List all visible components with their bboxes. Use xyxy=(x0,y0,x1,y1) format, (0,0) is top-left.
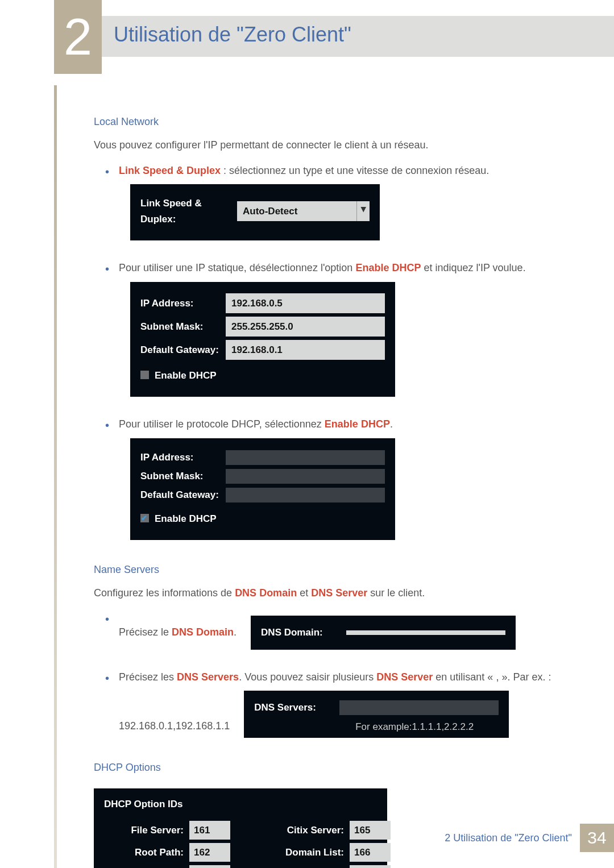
ns-intro-mid: et xyxy=(297,587,311,599)
footer-text: 2 Utilisation de "Zero Client" xyxy=(445,832,580,844)
static-ip-pre: Pour utiliser une IP statique, désélecti… xyxy=(119,262,355,273)
link-speed-field-label: Link Speed & Duplex: xyxy=(140,196,237,226)
local-network-intro: Vous pouvez configurer l'IP permettant d… xyxy=(94,137,580,153)
ns-intro-red2: DNS Server xyxy=(311,587,367,599)
default-gateway-input[interactable]: 192.168.0.1 xyxy=(226,340,385,360)
static-ip-post: et indiquez l'IP voulue. xyxy=(421,262,525,273)
ui-dhcp-on: IP Address: Subnet Mask: Default Gateway… xyxy=(130,438,395,540)
ui-dns-domain: DNS Domain: xyxy=(251,616,516,649)
name-servers-intro: Configurez les informations de DNS Domai… xyxy=(94,585,580,601)
dns-servers-hint: For example:1.1.1.1,2.2.2.2 xyxy=(254,719,499,734)
dns-servers-input[interactable] xyxy=(339,700,499,715)
enable-dhcp-label-2: Enable DHCP xyxy=(155,511,217,526)
section-heading-name-servers: Name Servers xyxy=(94,562,580,578)
ftp-username-input[interactable]: 163 xyxy=(189,865,230,868)
page-number: 34 xyxy=(580,824,614,852)
enable-dhcp-checkbox-on[interactable] xyxy=(140,514,149,522)
bullet-link-speed: Link Speed & Duplex : sélectionnez un ty… xyxy=(105,163,580,251)
ui-dns-servers: DNS Servers: For example:1.1.1.1,2.2.2.2 xyxy=(244,691,509,737)
dns-domain-pre: Précisez le xyxy=(119,626,172,638)
root-path-input[interactable]: 162 xyxy=(189,843,230,862)
dhcp-on-post: . xyxy=(390,418,393,430)
ui-dhcp-option-ids: DHCP Option IDs File Server:161 Root Pat… xyxy=(94,788,387,868)
domain-list-label: Domain List: xyxy=(264,845,350,860)
ip-address-label-2: IP Address: xyxy=(140,450,226,465)
file-server-label: File Server: xyxy=(104,823,189,838)
ui-link-speed: Link Speed & Duplex: Auto-Detect ▾ xyxy=(130,184,380,240)
ns-intro-pre: Configurez les informations de xyxy=(94,587,235,599)
link-speed-rest: : sélectionnez un type et une vitesse de… xyxy=(221,165,489,176)
dns-domain-post: . xyxy=(234,626,237,638)
dns-servers-label: DNS Servers: xyxy=(254,700,339,715)
dns-servers-mid: . Vous pouvez saisir plusieurs xyxy=(239,671,376,683)
dns-domain-label: DNS Domain: xyxy=(261,625,346,640)
rms-server-input[interactable]: 167 xyxy=(350,865,391,868)
enable-dhcp-checkbox-off[interactable] xyxy=(140,371,149,379)
dhcp-ids-col-right: Citix Server:165 Domain List:166 RMS Ser… xyxy=(264,817,391,868)
ip-address-input-disabled xyxy=(226,450,385,465)
ip-address-input[interactable]: 192.168.0.5 xyxy=(226,293,385,313)
dns-servers-pre: Précisez les xyxy=(119,671,177,683)
chapter-title: Utilisation de "Zero Client" xyxy=(114,23,351,47)
section-heading-local-network: Local Network xyxy=(94,114,580,130)
subnet-mask-label-2: Subnet Mask: xyxy=(140,468,226,484)
subnet-mask-input-disabled xyxy=(226,469,385,484)
dns-domain-red: DNS Domain xyxy=(172,626,234,638)
domain-list-input[interactable]: 166 xyxy=(350,843,391,862)
dns-domain-input[interactable] xyxy=(346,630,505,635)
dns-servers-red2: DNS Server xyxy=(376,671,433,683)
citix-server-input[interactable]: 165 xyxy=(350,821,391,840)
chapter-number: 2 xyxy=(54,0,102,74)
dhcp-ids-col-left: File Server:161 Root Path:162 Ftp Userna… xyxy=(104,817,230,868)
citix-server-label: Citix Server: xyxy=(264,823,350,838)
footer: 2 Utilisation de "Zero Client" 34 xyxy=(445,824,614,852)
dhcp-on-pre: Pour utiliser le protocole DHCP, sélecti… xyxy=(119,418,325,430)
chevron-down-icon: ▾ xyxy=(356,201,370,221)
enable-dhcp-red: Enable DHCP xyxy=(355,262,421,273)
bullet-dns-servers: Précisez les DNS Servers. Vous pouvez sa… xyxy=(105,669,580,748)
ip-address-label: IP Address: xyxy=(140,296,226,311)
default-gateway-label-2: Default Gateway: xyxy=(140,487,226,502)
dns-servers-red1: DNS Servers xyxy=(177,671,239,683)
bullet-dns-domain: Précisez le DNS Domain. DNS Domain: xyxy=(105,610,580,659)
enable-dhcp-red-2: Enable DHCP xyxy=(325,418,390,430)
default-gateway-label: Default Gateway: xyxy=(140,342,226,358)
root-path-label: Root Path: xyxy=(104,845,189,860)
ns-intro-post: sur le client. xyxy=(367,587,425,599)
ns-intro-red1: DNS Domain xyxy=(235,587,297,599)
enable-dhcp-label: Enable DHCP xyxy=(155,368,217,383)
default-gateway-input-disabled xyxy=(226,488,385,502)
bullet-static-ip: Pour utiliser une IP statique, désélecti… xyxy=(105,260,580,408)
link-speed-dropdown-value: Auto-Detect xyxy=(237,201,356,221)
subnet-mask-input[interactable]: 255.255.255.0 xyxy=(226,317,385,337)
bullet-dhcp-on: Pour utiliser le protocole DHCP, sélecti… xyxy=(105,416,580,550)
dhcp-option-ids-title: DHCP Option IDs xyxy=(104,796,377,812)
link-speed-dropdown[interactable]: Auto-Detect ▾ xyxy=(237,201,370,221)
file-server-input[interactable]: 161 xyxy=(189,821,230,840)
subnet-mask-label: Subnet Mask: xyxy=(140,319,226,334)
link-speed-label: Link Speed & Duplex xyxy=(119,165,221,176)
ui-static-ip: IP Address:192.168.0.5 Subnet Mask:255.2… xyxy=(130,282,395,397)
section-heading-dhcp-options: DHCP Options xyxy=(94,759,580,776)
